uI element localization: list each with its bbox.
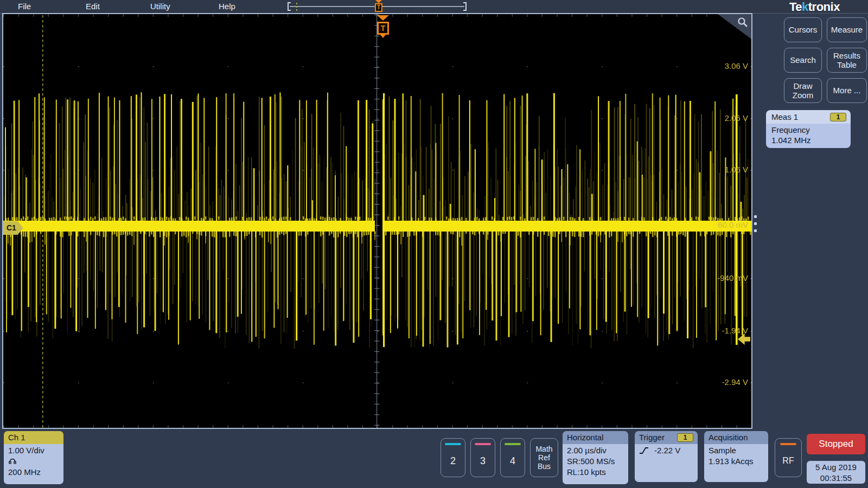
channel1-scale: 1.00 V/div xyxy=(8,445,59,456)
time-text: 00:31:55 xyxy=(807,473,865,484)
waveform-canvas xyxy=(3,14,751,428)
menu-help[interactable]: Help xyxy=(219,0,235,13)
math-ref-bus-button[interactable]: MathRefBus xyxy=(530,438,558,477)
trigger-small-triangle-icon xyxy=(380,35,386,38)
horizontal-badge[interactable]: Horizontal 2.00 µs/div SR:500 MS/s RL:10… xyxy=(563,431,628,484)
slider-right-bracket-icon xyxy=(463,2,467,11)
voltage-label: 2.06 V xyxy=(699,113,748,124)
magnifier-icon[interactable] xyxy=(737,17,748,28)
trigger-badge-panel[interactable]: Trigger 1 -2.22 V xyxy=(635,431,698,482)
trigger-letter: T xyxy=(377,22,389,35)
horizontal-sample-rate: SR:500 MS/s xyxy=(567,456,624,467)
horizontal-position-slider[interactable]: T xyxy=(288,0,467,14)
trigger-position-indicator[interactable]: T xyxy=(376,14,390,42)
results-table-button[interactable]: Results Table xyxy=(827,48,867,73)
slider-left-bracket-icon xyxy=(288,2,291,11)
waveform-display: 3.06 V 2.06 V 1.06 V 60.0 mV -940 mV -1.… xyxy=(2,13,752,429)
rf-button[interactable]: RF xyxy=(775,438,802,477)
voltage-label: -940 mV xyxy=(699,273,748,284)
trigger-letter: T xyxy=(375,3,382,12)
voltage-label: 60.0 mV xyxy=(699,220,748,230)
menu-utility[interactable]: Utility xyxy=(150,0,170,13)
menu-bar: File Edit Utility Help T Tektronix xyxy=(0,0,868,14)
side-panel: Cursors Measure Search Results Table Dra… xyxy=(760,0,868,428)
voltage-label: -2.94 V xyxy=(699,377,748,388)
measurement-value: 1.042 MHz xyxy=(771,135,845,145)
channel4-button[interactable]: 4 xyxy=(500,438,525,477)
channel1-bandwidth: 200 MHz xyxy=(8,467,59,478)
panel-drag-handle[interactable] xyxy=(754,215,758,234)
acquisition-badge[interactable]: Acquisition Sample 1.913 kAcqs xyxy=(704,431,768,482)
measure-button[interactable]: Measure xyxy=(827,17,867,42)
horizontal-title: Horizontal xyxy=(567,431,604,444)
rising-edge-icon xyxy=(639,446,649,455)
datetime-display: 5 Aug 2019 00:31:55 xyxy=(807,461,865,484)
voltage-label: 1.06 V xyxy=(699,164,748,175)
measurement-title: Meas 1 xyxy=(771,112,798,121)
acquisition-count: 1.913 kAcqs xyxy=(709,456,764,467)
measurement-badge[interactable]: Meas 1 1 Frequency 1.042 MHz xyxy=(766,110,851,148)
menu-edit[interactable]: Edit xyxy=(86,0,100,13)
voltage-label: 3.06 V xyxy=(699,61,748,72)
date-text: 5 Aug 2019 xyxy=(807,462,865,473)
search-button[interactable]: Search xyxy=(784,48,822,73)
horizontal-scale: 2.00 µs/div xyxy=(567,445,624,456)
more-button[interactable]: More ... xyxy=(827,78,867,103)
voltage-label: -1.94 V xyxy=(699,325,748,336)
acquisition-mode: Sample xyxy=(709,445,764,456)
probe-icon xyxy=(8,457,17,464)
channel3-button[interactable]: 3 xyxy=(470,438,495,477)
trigger-position-marker[interactable]: T xyxy=(374,0,383,14)
draw-zoom-button[interactable]: Draw Zoom xyxy=(784,78,822,103)
trigger-level: -2.22 V xyxy=(654,445,680,456)
cursors-button[interactable]: Cursors xyxy=(784,17,822,42)
trigger-source-badge: 1 xyxy=(677,433,693,442)
channel1-name: Ch 1 xyxy=(8,431,25,444)
trigger-triangle-icon xyxy=(377,15,389,21)
channel2-button[interactable]: 2 xyxy=(441,438,465,477)
channel1-badge[interactable]: Ch 1 1.00 V/div 200 MHz xyxy=(4,431,63,484)
menu-file[interactable]: File xyxy=(18,0,31,13)
bottom-bar: Ch 1 1.00 V/div 200 MHz 2 3 4 MathRefBus… xyxy=(0,429,868,488)
trigger-title: Trigger xyxy=(639,431,665,444)
horizontal-record-length: RL:10 kpts xyxy=(567,467,624,478)
acquisition-title: Acquisition xyxy=(709,431,748,444)
measurement-name: Frequency xyxy=(771,125,845,135)
slider-reference-tick xyxy=(296,3,297,11)
run-stop-status-button[interactable]: Stopped xyxy=(807,434,865,454)
measurement-source-badge: 1 xyxy=(830,113,846,121)
